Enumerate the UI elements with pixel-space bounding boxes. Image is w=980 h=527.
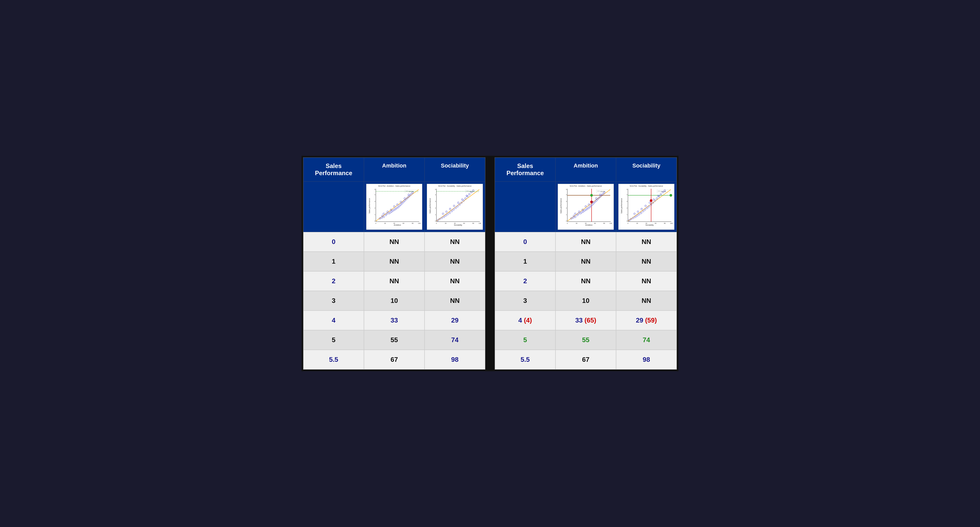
svg-text:5: 5	[566, 188, 567, 190]
svg-line-178	[628, 189, 671, 221]
svg-text:80: 80	[603, 222, 605, 224]
svg-text:2: 2	[435, 207, 436, 209]
svg-text:Ambition: Ambition	[585, 224, 592, 226]
svg-point-79	[447, 213, 448, 215]
right-row2-v1: NN	[555, 271, 616, 291]
svg-line-73	[436, 189, 479, 221]
svg-point-78	[445, 215, 447, 216]
right-sociability-chart-title: NCA Plot : Sociability - Sales.performan…	[620, 185, 673, 187]
svg-point-77	[443, 216, 445, 218]
svg-point-157	[595, 198, 597, 199]
left-col2-header: Ambition	[364, 158, 425, 182]
svg-text:60: 60	[655, 222, 657, 224]
svg-text:20: 20	[445, 222, 447, 224]
right-chart-ambition: NCA Plot : Ambition - Sales.performance …	[555, 182, 616, 232]
svg-point-45	[383, 213, 385, 214]
right-row0-v1: NN	[555, 232, 616, 252]
left-row2-index: 2	[303, 271, 364, 291]
svg-point-190	[643, 210, 644, 212]
right-row1-v2: NN	[616, 252, 677, 271]
svg-point-149	[602, 193, 604, 195]
svg-point-83	[455, 207, 457, 209]
left-chart-empty	[303, 182, 364, 232]
right-row4-v1: 33 (65)	[555, 311, 616, 330]
right-row4-index: 4 (4)	[495, 311, 555, 330]
left-sociability-chart-title: NCA Plot : Sociability - Sales.performan…	[428, 185, 482, 187]
svg-text:1: 1	[627, 214, 627, 216]
right-row0-v2: NN	[616, 232, 677, 252]
svg-text:100: 100	[609, 222, 612, 224]
svg-point-52	[408, 194, 409, 196]
svg-point-206	[649, 202, 651, 203]
svg-text:100: 100	[479, 222, 481, 224]
svg-text:40: 40	[585, 222, 587, 224]
svg-point-199	[660, 193, 662, 195]
svg-text:3: 3	[435, 200, 436, 202]
svg-point-143	[594, 201, 596, 203]
svg-point-192	[646, 207, 648, 209]
svg-text:0: 0	[627, 222, 628, 224]
left-row1-v1: NN	[364, 252, 425, 271]
right-col2-header: Ambition	[555, 158, 616, 182]
svg-text:0: 0	[567, 222, 568, 224]
svg-text:Sales.performance: Sales.performance	[560, 198, 562, 214]
right-row0-index: 0	[495, 232, 555, 252]
svg-point-93	[442, 213, 444, 214]
right-row5-index: 5	[495, 330, 555, 350]
right-row1-v1: NN	[555, 252, 616, 271]
right-row55-v2: 98	[616, 350, 677, 369]
svg-text:40: 40	[454, 222, 456, 224]
right-col1-header: Sales Performance	[495, 158, 555, 182]
svg-point-188	[638, 213, 640, 215]
right-chart-empty	[495, 182, 555, 232]
right-ambition-svg: Sales.performance Ambition 0 1 2 3 4 5 0…	[559, 187, 612, 227]
svg-text:0: 0	[435, 220, 436, 222]
svg-point-81	[451, 210, 453, 212]
svg-text:80: 80	[412, 222, 414, 224]
left-row5-v1: 55	[364, 330, 425, 350]
svg-text:3: 3	[627, 200, 627, 202]
left-row1-index: 1	[303, 252, 364, 271]
svg-text:40: 40	[646, 222, 648, 224]
svg-text:100: 100	[418, 222, 421, 224]
svg-text:80: 80	[473, 222, 474, 224]
svg-text:1: 1	[435, 214, 436, 216]
right-row5-v2: 74	[616, 330, 677, 350]
right-row3-v1: 10	[555, 291, 616, 311]
svg-point-205	[645, 205, 646, 206]
left-row55-v1: 67	[364, 350, 425, 369]
left-row3-v1: 10	[364, 291, 425, 311]
svg-point-36	[401, 203, 403, 204]
svg-text:0: 0	[374, 220, 375, 222]
svg-point-182	[670, 194, 672, 196]
svg-text:0: 0	[375, 222, 376, 224]
svg-point-204	[641, 208, 642, 210]
svg-text:20: 20	[636, 222, 638, 224]
svg-text:80: 80	[664, 222, 666, 224]
right-row2-v2: NN	[616, 271, 677, 291]
left-row3-index: 3	[303, 291, 364, 311]
right-row4-v2: 29 (59)	[616, 311, 677, 330]
svg-point-82	[453, 209, 454, 210]
svg-point-43	[410, 193, 412, 195]
left-row2-v2: NN	[425, 271, 485, 291]
left-table-grid: Sales Performance Ambition Sociability N…	[303, 158, 485, 369]
svg-point-90	[469, 193, 470, 195]
svg-text:Sales.performance: Sales.performance	[368, 198, 371, 214]
main-container: Sales Performance Ambition Sociability N…	[302, 156, 678, 371]
right-ambition-chart-title: NCA Plot : Ambition - Sales.performance	[559, 185, 612, 187]
left-row0-v1: NN	[364, 232, 425, 252]
right-col3-header: Sociability	[616, 158, 677, 182]
svg-point-203	[637, 211, 639, 212]
right-row5-v1: 55	[555, 330, 616, 350]
right-row55-index: 5.5	[495, 350, 555, 369]
svg-point-181	[650, 200, 652, 202]
svg-text:1: 1	[566, 214, 567, 216]
left-row0-index: 0	[303, 232, 364, 252]
left-row1-v2: NN	[425, 252, 485, 271]
right-chart-sociability: NCA Plot : Sociability - Sales.performan…	[616, 182, 677, 232]
right-row55-v1: 67	[555, 350, 616, 369]
svg-text:1: 1	[374, 214, 375, 216]
svg-point-154	[585, 206, 587, 207]
svg-point-96	[453, 205, 455, 206]
